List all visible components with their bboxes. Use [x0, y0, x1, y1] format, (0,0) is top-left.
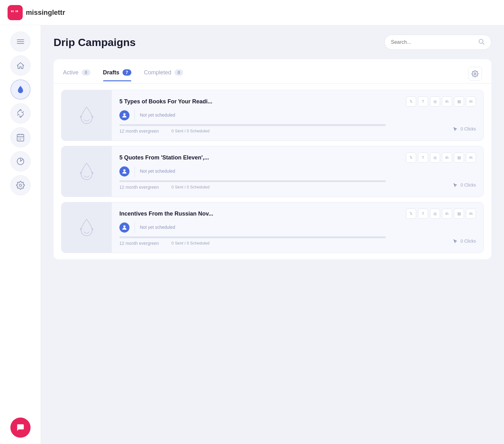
svg-rect-10 — [19, 138, 19, 138]
tab-completed-label: Completed — [144, 69, 171, 76]
social-icons: 𝕏 f ◎ in ▤ m — [406, 96, 476, 107]
avatar — [119, 222, 129, 233]
clicks-count: 0 Clicks — [461, 126, 476, 131]
campaign-meta: Not yet scheduled — [119, 222, 476, 233]
buffer-icon[interactable]: ▤ — [454, 96, 464, 107]
svg-text:": " — [15, 9, 18, 17]
clicks-count: 0 Clicks — [461, 239, 476, 244]
settings-icon — [472, 70, 478, 77]
sidebar-item-calendar[interactable] — [10, 127, 31, 147]
svg-point-19 — [474, 73, 476, 75]
evergreen-text: 12 month evergreen — [119, 129, 159, 134]
campaigns-list: 5 Types of Books For Your Readi... 𝕏 f ◎… — [54, 84, 491, 259]
campaign-title: 5 Quotes From 'Station Eleven',... — [119, 154, 209, 161]
settings-button[interactable] — [468, 67, 482, 81]
campaign-drip-icon — [76, 104, 98, 126]
facebook-icon[interactable]: f — [418, 209, 428, 219]
table-row[interactable]: Incentives From the Russian Nov... 𝕏 f ◎… — [61, 202, 484, 253]
logo-icon: " " — [8, 5, 23, 20]
twitter-icon[interactable]: 𝕏 — [406, 209, 416, 219]
campaign-content: 5 Types of Books For Your Readi... 𝕏 f ◎… — [112, 90, 484, 141]
instagram-icon[interactable]: ◎ — [430, 153, 440, 163]
sidebar-item-recycle[interactable] — [10, 103, 31, 124]
campaign-thumbnail — [61, 202, 112, 253]
mastodon-icon[interactable]: m — [466, 153, 476, 163]
sidebar-item-drip[interactable] — [10, 79, 31, 100]
svg-point-16 — [19, 184, 21, 187]
campaign-stats: 12 month evergreen 0 Sent / 0 Scheduled … — [119, 236, 476, 246]
sidebar-item-chat[interactable] — [10, 418, 31, 438]
progress-bar-bg — [119, 124, 386, 126]
svg-rect-14 — [20, 139, 20, 140]
linkedin-icon[interactable]: in — [442, 96, 452, 107]
avatar — [119, 110, 129, 120]
divider — [135, 110, 135, 121]
clicks-count: 0 Clicks — [461, 182, 476, 187]
sidebar-item-menu[interactable] — [10, 32, 31, 52]
cursor-icon — [452, 182, 458, 188]
campaign-top: 5 Types of Books For Your Readi... 𝕏 f ◎… — [119, 96, 476, 107]
campaign-content: 5 Quotes From 'Station Eleven',... 𝕏 f ◎… — [112, 146, 484, 197]
evergreen-text: 12 month evergreen — [119, 185, 159, 190]
avatar — [119, 166, 129, 176]
sent-stats: 0 Sent / 0 Scheduled — [171, 185, 209, 190]
svg-rect-11 — [20, 138, 20, 138]
instagram-icon[interactable]: ◎ — [430, 209, 440, 219]
clicks-section: 0 Clicks — [452, 182, 476, 188]
main-content: Drip Campaigns Active 0 Draf — [41, 25, 504, 444]
twitter-icon[interactable]: 𝕏 — [406, 153, 416, 163]
sidebar-item-analytics[interactable] — [10, 151, 31, 171]
mastodon-icon[interactable]: m — [466, 96, 476, 107]
campaign-meta: Not yet scheduled — [119, 110, 476, 121]
sidebar-item-home[interactable] — [10, 55, 31, 76]
tab-drafts-count: 7 — [123, 69, 131, 76]
sidebar-item-settings[interactable] — [10, 175, 31, 195]
cursor-icon — [452, 238, 458, 244]
topbar: " " missinglettr — [0, 0, 504, 25]
tab-completed[interactable]: Completed 0 — [144, 69, 183, 81]
evergreen-text: 12 month evergreen — [119, 241, 159, 246]
table-row[interactable]: 5 Types of Books For Your Readi... 𝕏 f ◎… — [61, 90, 484, 141]
campaign-top: Incentives From the Russian Nov... 𝕏 f ◎… — [119, 209, 476, 219]
search-input[interactable] — [391, 39, 475, 45]
facebook-icon[interactable]: f — [418, 96, 428, 107]
table-row[interactable]: 5 Quotes From 'Station Eleven',... 𝕏 f ◎… — [61, 146, 484, 197]
calendar-icon — [16, 133, 25, 142]
mastodon-icon[interactable]: m — [466, 209, 476, 219]
user-icon — [121, 224, 128, 231]
tab-completed-count: 0 — [175, 69, 183, 76]
instagram-icon[interactable]: ◎ — [430, 96, 440, 107]
campaign-stats: 12 month evergreen 0 Sent / 0 Scheduled … — [119, 124, 476, 134]
divider — [135, 166, 135, 177]
tab-active-count: 0 — [82, 69, 90, 76]
sidebar — [0, 25, 41, 444]
social-icons: 𝕏 f ◎ in ▤ m — [406, 209, 476, 219]
search-container — [384, 35, 491, 50]
home-icon — [16, 61, 25, 70]
facebook-icon[interactable]: f — [418, 153, 428, 163]
campaign-drip-icon — [76, 216, 98, 239]
campaign-title: Incentives From the Russian Nov... — [119, 210, 213, 217]
tab-active[interactable]: Active 0 — [63, 69, 90, 81]
logo: " " missinglettr — [8, 5, 65, 20]
schedule-text: Not yet scheduled — [140, 168, 175, 175]
linkedin-icon[interactable]: in — [442, 209, 452, 219]
progress-section: 12 month evergreen 0 Sent / 0 Scheduled — [119, 236, 452, 246]
linkedin-icon[interactable]: in — [442, 153, 452, 163]
tab-drafts[interactable]: Drafts 7 — [103, 69, 131, 81]
menu-icon — [16, 37, 25, 46]
campaign-top: 5 Quotes From 'Station Eleven',... 𝕏 f ◎… — [119, 153, 476, 163]
clicks-section: 0 Clicks — [452, 126, 476, 132]
buffer-icon[interactable]: ▤ — [454, 209, 464, 219]
svg-line-18 — [483, 43, 484, 44]
sent-stats: 0 Sent / 0 Scheduled — [171, 241, 209, 246]
schedule-text: Not yet scheduled — [140, 224, 175, 231]
user-icon — [121, 168, 128, 175]
buffer-icon[interactable]: ▤ — [454, 153, 464, 163]
campaign-thumbnail — [61, 90, 112, 141]
search-icon — [478, 38, 485, 46]
sent-stats: 0 Sent / 0 Scheduled — [171, 129, 209, 134]
twitter-icon[interactable]: 𝕏 — [406, 96, 416, 107]
campaign-meta: Not yet scheduled — [119, 166, 476, 177]
svg-rect-13 — [19, 139, 19, 140]
